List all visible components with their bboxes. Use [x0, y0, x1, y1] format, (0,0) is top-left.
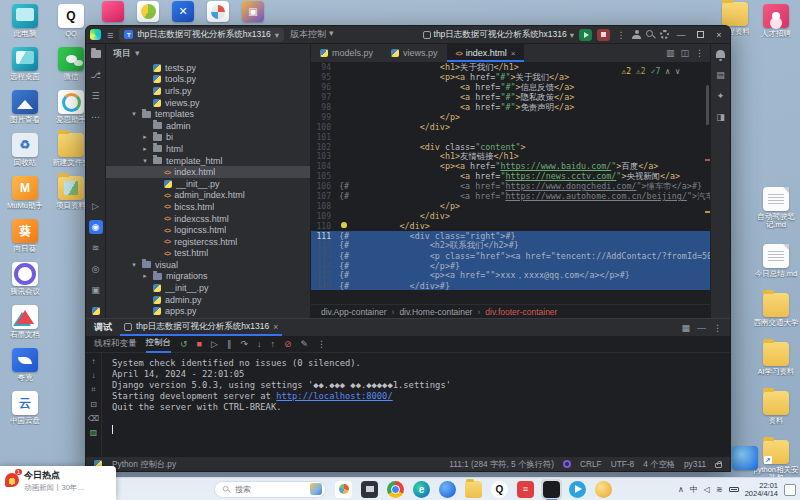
tree-item-apps.py[interactable]: apps.py [106, 305, 310, 317]
taskbar-icon-gold[interactable] [595, 481, 612, 498]
code-line[interactable]: 101 [311, 132, 710, 142]
ai-assistant-icon[interactable]: ✦ [714, 89, 728, 103]
tree-toggle-icon[interactable]: ▸ [141, 133, 149, 141]
tree-toggle-icon[interactable]: ▾ [130, 110, 138, 118]
taskbar-icon-chrome[interactable] [387, 481, 404, 498]
problems-tool-icon[interactable]: ◎ [89, 262, 103, 276]
desktop-icon-石墨文档[interactable]: 石墨文档 [2, 305, 48, 339]
tab-threads-variables[interactable]: 线程和变量 [94, 336, 137, 352]
commit-tool-icon[interactable]: ⎇ [89, 68, 103, 82]
minimize-button[interactable]: — [674, 30, 688, 40]
window-titlebar[interactable]: ≡ T thp日志数据可视化分析系统hx1316 ▾ 版本控制 ▾ thp日志数… [86, 26, 730, 44]
code-line[interactable]: 100 </div> [311, 122, 710, 132]
tree-item-indexcss.html[interactable]: <>indexcss.html [106, 213, 310, 225]
desktop-icon-MuMu助手[interactable]: MMuMu助手 [2, 176, 48, 210]
step-over-icon[interactable]: ↷ [240, 339, 248, 349]
code-line[interactable]: 112{# <h2>联系我们</h2>#} [311, 241, 710, 251]
main-menu-icon[interactable]: ≡ [107, 30, 113, 40]
services-tool-icon[interactable]: ≋ [89, 241, 103, 255]
taskbar-icon-pycharm[interactable] [543, 481, 560, 498]
run-tool-icon[interactable]: ▷ [89, 199, 103, 213]
tree-item-bi[interactable]: ▸bi [106, 132, 310, 144]
code-view[interactable]: ⚠2 ⚠2 ✓7 ∧ ∨ 94 <h1>关于我们</h1>95 <p><a hr… [311, 63, 710, 304]
breadcrumb-item[interactable]: div.footer-container [485, 307, 557, 317]
tree-item-tests.py[interactable]: tests.py [106, 62, 310, 74]
mute-breakpoints-icon[interactable]: ⊘ [284, 339, 292, 349]
desktop-icon-向日葵[interactable]: 葵向日葵 [2, 219, 48, 253]
taskbar-icon-folder[interactable] [465, 481, 482, 498]
tree-item-admin_index.html[interactable]: <>admin_index.html [106, 190, 310, 202]
tray-expand-icon[interactable]: ∧ [678, 485, 684, 494]
desktop-icon-回收站[interactable]: ♻回收站 [2, 133, 48, 167]
debug-session-tab[interactable]: thp日志数据可视化分析系统hx1316 × [120, 319, 282, 336]
code-line[interactable]: 107{# <a href="https://www.autohome.com.… [311, 192, 710, 202]
code-line[interactable]: 116{# </div>#} [311, 281, 710, 291]
tree-item-index.html[interactable]: <>index.html [106, 166, 310, 178]
chevron-down-icon[interactable]: ▾ [135, 48, 140, 58]
taskbar-clock[interactable]: 22:01 2024/4/14 [745, 482, 778, 498]
breadcrumb-item[interactable]: div.App-container [321, 307, 387, 317]
database-tool-icon[interactable]: ▤ [714, 68, 728, 82]
readonly-lock-icon[interactable] [715, 463, 722, 468]
search-everywhere-icon[interactable] [646, 30, 655, 39]
tree-toggle-icon[interactable]: ▾ [130, 261, 138, 269]
more-actions-icon[interactable]: ⋮ [615, 30, 627, 40]
profile-icon[interactable] [632, 30, 641, 39]
desktop-icon-自动驾驶笔记.md[interactable]: 自动驾驶笔记.md [753, 187, 799, 229]
tree-item-__init__.py[interactable]: __init__.py [106, 282, 310, 294]
project-widget[interactable]: T thp日志数据可视化分析系统hx1316 ▾ [119, 28, 283, 42]
tree-toggle-icon[interactable]: ▾ [141, 157, 149, 165]
minimize-panel-icon[interactable]: — [697, 323, 706, 333]
desktop-icon-远程桌面[interactable]: 远程桌面 [2, 47, 48, 81]
desktop-icon-腾讯会议[interactable]: 腾讯会议 [2, 262, 48, 296]
resume-icon[interactable]: ▷ [211, 339, 218, 349]
tree-item-templates[interactable]: ▾templates [106, 108, 310, 120]
battery-icon[interactable] [729, 487, 739, 492]
down-stack-icon[interactable]: ↓ [92, 371, 96, 380]
taskbar-icon-qq[interactable]: Q [491, 481, 508, 498]
desktop-icon-人才招聘[interactable]: 人才招聘 [753, 4, 799, 38]
line-separator[interactable]: CRLF [580, 459, 602, 469]
tree-item-test.html[interactable]: <>test.html [106, 248, 310, 260]
tree-item-admin[interactable]: admin [106, 120, 310, 132]
tree-item-admin.py[interactable]: admin.py [106, 294, 310, 306]
code-line[interactable]: 99 </p> [311, 112, 710, 122]
close-button[interactable]: × [712, 30, 726, 40]
file-encoding[interactable]: UTF-8 [611, 459, 635, 469]
code-line[interactable]: 98 <a href="#">免责声明</a> [311, 103, 710, 113]
tree-item-views.py[interactable]: views.py [106, 97, 310, 109]
run-config-widget[interactable]: thp日志数据可视化分析系统hx1316 ▾ [423, 29, 574, 41]
desktop-icon-此电脑[interactable]: 此电脑 [2, 4, 48, 38]
taskbar-icon-edge[interactable]: e [413, 481, 430, 498]
vcs-widget[interactable]: 版本控制 ▾ [290, 28, 334, 41]
desktop-icon-西南交通大学[interactable]: 西南交通大学 [753, 293, 799, 327]
caret-position[interactable]: 111:1 (284 字符, 5 个换行符) [449, 459, 554, 470]
intention-bulb-icon[interactable] [341, 222, 347, 228]
code-line[interactable]: 108 </p> [311, 201, 710, 211]
taskbar-search-box[interactable]: 搜索 [214, 481, 326, 498]
terminal-tool-icon[interactable]: ▣ [89, 283, 103, 297]
taskbar-icon-paint[interactable] [335, 481, 352, 498]
clear-console-icon[interactable]: ⌫ [88, 414, 99, 423]
desktop-icon-中国云盘[interactable]: 云中国云盘 [2, 391, 48, 425]
code-line[interactable]: 115{# <p><a href="">xxx，xxxx@qq.com</a><… [311, 271, 710, 281]
pause-icon[interactable]: ∥ [227, 339, 232, 349]
desktop-icon-图片查看[interactable]: 图片查看 [2, 90, 48, 124]
breadcrumb-item[interactable]: div.Home-container [399, 307, 472, 317]
tree-item-logincss.html[interactable]: <>logincss.html [106, 224, 310, 236]
panel-options-icon[interactable]: ⋮ [713, 323, 722, 333]
taskbar-icon-dark[interactable] [361, 481, 378, 498]
notifications-bell-icon[interactable] [714, 47, 728, 61]
taskbar-icon-red[interactable]: ≡ [517, 481, 534, 498]
bluex-icon[interactable]: ✕ [172, 1, 194, 22]
tree-item-tools.py[interactable]: tools.py [106, 74, 310, 86]
taskbar-icon-bluec[interactable] [439, 481, 456, 498]
close-tab-icon[interactable]: × [511, 49, 516, 58]
tree-item-visual[interactable]: ▾visual [106, 259, 310, 271]
tab-console[interactable]: 控制台 [146, 335, 172, 353]
desktop-icon-AI学习资料[interactable]: AI学习资料 [753, 342, 799, 376]
hot-news-popup[interactable]: 今日热点 动画新闻丨30年… [0, 466, 116, 500]
tree-item-html[interactable]: ▸html [106, 143, 310, 155]
stop-button[interactable] [597, 29, 610, 41]
desktop-icon-夸克[interactable]: 夸克 [2, 348, 48, 382]
